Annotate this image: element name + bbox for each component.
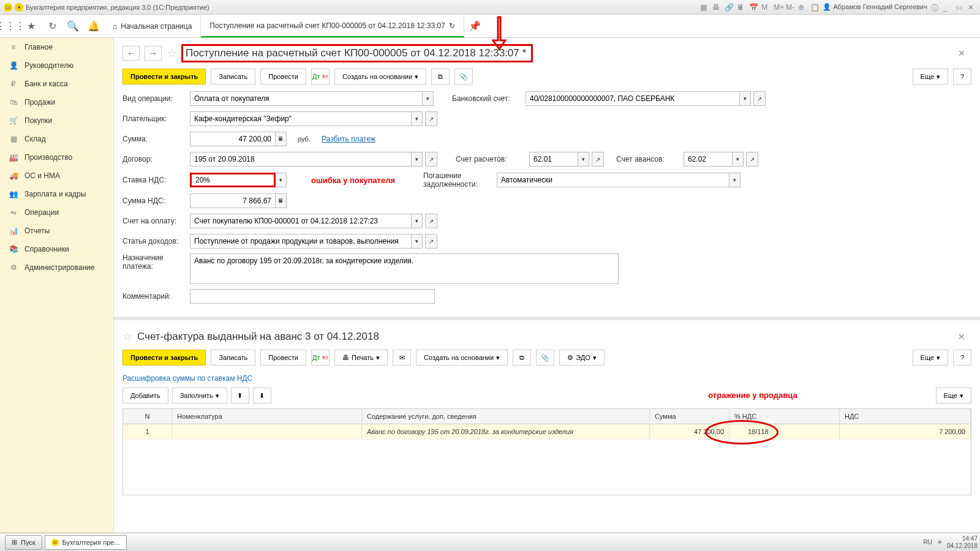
link-icon[interactable]: 🔗 [725, 3, 733, 12]
structure-icon[interactable]: ⧉ [513, 350, 531, 365]
mail-icon[interactable]: ✉ [393, 350, 411, 365]
m-plus-icon[interactable]: M+ [774, 3, 782, 12]
save-button[interactable]: Записать [211, 69, 255, 84]
close-panel-icon[interactable]: ✕ [958, 332, 965, 342]
sidebar-item-main[interactable]: ≡Главное [0, 38, 113, 56]
post-close-button[interactable]: Провести и закрыть [123, 69, 206, 84]
dropdown-icon[interactable]: ▾ [412, 214, 423, 228]
sidebar-item-hr[interactable]: 👥Зарплата и кадры [0, 185, 113, 203]
open-icon[interactable]: ↗ [746, 152, 758, 167]
search-icon[interactable]: 🔍 [62, 15, 83, 37]
lang-indicator[interactable]: RU [923, 539, 932, 545]
help-button[interactable]: ? [953, 69, 971, 84]
tab-document[interactable]: Поступление на расчетный счет КП00-00000… [201, 15, 464, 37]
sidebar-item-manager[interactable]: 👤Руководителю [0, 56, 113, 75]
dropdown-icon[interactable]: ▾ [412, 234, 423, 249]
add-row-button[interactable]: Добавить [123, 388, 168, 403]
payer-input[interactable] [190, 111, 412, 126]
star-icon[interactable]: ★ [21, 15, 42, 37]
m-minus-icon[interactable]: M- [786, 3, 794, 12]
create-based-button[interactable]: Создать на основании ▾ [334, 69, 426, 84]
attach-icon[interactable]: 📎 [536, 350, 554, 365]
sf-post-close-button[interactable]: Провести и закрыть [123, 350, 206, 365]
open-icon[interactable]: ↗ [425, 111, 437, 126]
open-icon[interactable]: ↗ [425, 234, 437, 249]
start-button[interactable]: ⊞Пуск [5, 535, 42, 550]
contract-input[interactable] [190, 152, 412, 167]
vat-sum-input[interactable] [190, 193, 276, 208]
tab-refresh-icon[interactable]: ↻ [449, 21, 455, 30]
tab-home[interactable]: ⌂ Начальная страница [104, 15, 201, 37]
apps-icon[interactable]: ⋮⋮⋮ [0, 15, 21, 37]
dropdown-icon[interactable]: ▾ [412, 152, 423, 167]
bell-icon[interactable]: 🔔 [83, 15, 104, 37]
sf-print-button[interactable]: 🖶 Печать ▾ [334, 350, 388, 365]
dropdown-icon[interactable]: ▾ [423, 91, 434, 106]
sf-post-button[interactable]: Провести [260, 350, 306, 365]
open-icon[interactable]: ↗ [592, 152, 604, 167]
clipboard-icon[interactable]: 📋 [810, 3, 819, 12]
taskbar-app[interactable]: 1c Бухгалтерия пре... [45, 535, 127, 550]
back-button[interactable]: ← [123, 46, 140, 61]
close-panel-icon[interactable]: ✕ [958, 48, 965, 58]
open-icon[interactable]: ↗ [425, 214, 437, 228]
sum-input[interactable] [190, 132, 276, 146]
more-button[interactable]: Еще ▾ [913, 69, 948, 84]
sf-more-button[interactable]: Еще ▾ [913, 350, 948, 365]
post-button[interactable]: Провести [260, 69, 306, 84]
sf-create-based-button[interactable]: Создать на основании ▾ [416, 350, 508, 365]
dk-icon[interactable]: ДтКт [311, 350, 330, 365]
fill-button[interactable]: Заполнить ▾ [172, 388, 227, 403]
table-row[interactable]: 1 Аванс по договору 195 от 20.09.2018г. … [123, 424, 971, 440]
close-icon[interactable]: ✕ [968, 3, 976, 12]
calendar-icon[interactable]: 📅 [749, 3, 758, 12]
calc-icon[interactable]: 🖩 [276, 132, 287, 146]
calc-icon[interactable]: 🖩 [737, 3, 745, 12]
dropdown-icon[interactable]: ▾ [276, 173, 287, 187]
favorite-icon[interactable]: ☆ [123, 330, 132, 343]
settle-acc-input[interactable] [529, 152, 578, 167]
op-type-input[interactable] [190, 91, 423, 106]
sidebar-item-catalog[interactable]: 📚Справочники [0, 240, 113, 258]
forward-button[interactable]: → [145, 46, 162, 61]
grid-more-button[interactable]: Еще ▾ [936, 388, 971, 403]
invoice-input[interactable] [190, 214, 412, 228]
sidebar-item-operations[interactable]: ⇋Операции [0, 203, 113, 222]
clock[interactable]: 14:47 04.12.2018 [947, 535, 978, 550]
purpose-input[interactable]: Аванс по договору 195 от 20.09.2018г. за… [190, 253, 619, 284]
adv-acc-input[interactable] [684, 152, 733, 167]
sidebar-item-sales[interactable]: 🛍Продажи [0, 93, 113, 111]
restore-icon[interactable]: ▭ [956, 3, 964, 12]
sf-help-button[interactable]: ? [953, 350, 971, 365]
calc-icon[interactable]: 🖩 [276, 193, 287, 208]
m-icon[interactable]: M [761, 3, 770, 12]
sf-save-button[interactable]: Записать [211, 350, 255, 365]
move-up-icon[interactable]: ⬆ [231, 388, 249, 403]
attach-icon[interactable]: 📎 [454, 69, 473, 84]
dropdown-icon[interactable]: ▾ [578, 152, 589, 167]
split-payment-link[interactable]: Разбить платеж [322, 135, 375, 143]
move-down-icon[interactable]: ⬇ [253, 388, 271, 403]
open-icon[interactable]: ↗ [753, 91, 766, 106]
dropdown-icon[interactable]: ▾ [15, 3, 23, 12]
dk-icon[interactable]: ДтКт [311, 69, 330, 84]
sidebar-item-admin[interactable]: ⚙Администрирование [0, 258, 113, 277]
vat-rate-input[interactable] [190, 173, 276, 187]
favorite-icon[interactable]: ☆ [167, 47, 176, 60]
vat-breakdown-link[interactable]: Расшифровка суммы по ставкам НДС [114, 372, 980, 385]
dropdown-icon[interactable]: ▾ [729, 173, 741, 187]
sidebar-item-assets[interactable]: 🚚ОС и НМА [0, 167, 113, 185]
toolbar-icon[interactable]: ▦ [700, 3, 709, 12]
minimize-icon[interactable]: _ [943, 3, 952, 12]
sidebar-item-production[interactable]: 🏭Производство [0, 148, 113, 167]
bank-acc-input[interactable] [526, 91, 740, 106]
info-icon[interactable]: ⓘ [931, 3, 940, 12]
debt-input[interactable] [497, 173, 729, 187]
income-input[interactable] [190, 234, 412, 249]
user-label[interactable]: 👤 Абрамов Геннадий Сергеевич [823, 3, 927, 11]
sidebar-item-reports[interactable]: 📊Отчеты [0, 222, 113, 240]
edo-button[interactable]: ⚙ ЭДО ▾ [559, 350, 605, 365]
tray-icon[interactable]: ✳ [937, 539, 942, 545]
zoom-icon[interactable]: ⊕ [798, 3, 807, 12]
dropdown-icon[interactable]: ▾ [740, 91, 751, 106]
